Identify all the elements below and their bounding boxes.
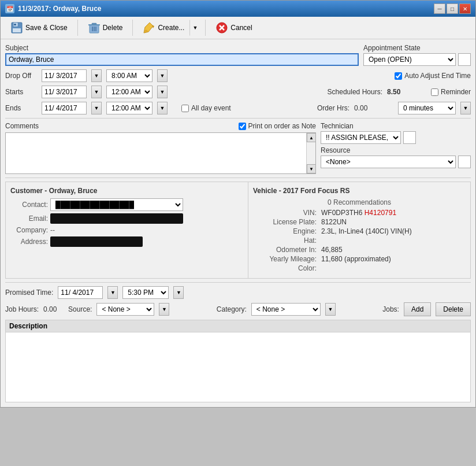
starts-date-picker-btn[interactable]: ▼ (91, 86, 102, 98)
subject-row: Subject Appointment State Open (OPEN) Cl… (5, 44, 471, 66)
promised-date-input[interactable] (58, 286, 103, 299)
reminder-time-btn[interactable]: ▼ (460, 102, 471, 114)
engine-row: Engine: 2.3L, In-Line4 (140CI) VIN(H) (253, 227, 466, 235)
comments-textarea[interactable] (6, 133, 306, 173)
recommendations-text: 0 Recommendations (253, 198, 466, 206)
contact-select[interactable]: ████████████████ (50, 198, 183, 211)
customer-section: Customer - Ordway, Bruce Contact: ██████… (6, 182, 248, 278)
starts-time-btn[interactable]: ▼ (157, 86, 168, 98)
contact-label: Contact: (10, 201, 48, 209)
technician-label: Technician (321, 122, 354, 130)
separator-2 (132, 20, 133, 36)
contact-row: Contact: ████████████████ (10, 198, 243, 211)
add-job-button[interactable]: Add (404, 302, 431, 316)
category-select[interactable]: < None > (251, 303, 321, 316)
reminder-time-select[interactable]: 0 minutes 5 minutes 15 minutes (398, 102, 456, 114)
auto-adjust-group: Auto Adjust End Time (395, 72, 471, 80)
close-button[interactable]: ✕ (459, 3, 471, 14)
divider-3 (5, 282, 471, 283)
dropoff-date-input[interactable] (42, 69, 87, 82)
subject-section: Subject (5, 44, 359, 66)
appointment-state-select[interactable]: Open (OPEN) Closed Pending (363, 53, 456, 66)
ends-time-select[interactable]: 12:00 AM 1:00 AM (106, 102, 153, 114)
create-dropdown-button[interactable]: ▼ (189, 20, 200, 36)
save-close-button[interactable]: Save & Close (5, 19, 73, 36)
source-select[interactable]: < None > (96, 303, 154, 316)
scroll-down-btn[interactable]: ▼ (307, 164, 316, 173)
description-header: Description (6, 320, 470, 332)
promised-date-btn[interactable]: ▼ (107, 286, 118, 299)
dropoff-time-select[interactable]: 8:00 AM 9:00 AM (106, 69, 153, 82)
auto-adjust-checkbox[interactable] (395, 72, 402, 80)
promised-time-row: Promised Time: ▼ 5:30 PM ▼ (5, 286, 471, 299)
all-day-checkbox[interactable] (181, 105, 189, 112)
reminder-label: Reminder (441, 88, 471, 96)
starts-date-input[interactable] (42, 86, 87, 98)
appointment-state-extra-btn[interactable] (458, 53, 471, 66)
resource-extra-btn[interactable] (458, 156, 471, 168)
technician-select[interactable]: !! ASSIGN PLEASE, (321, 131, 401, 144)
svg-rect-9 (88, 24, 100, 25)
auto-adjust-label: Auto Adjust End Time (404, 72, 471, 80)
comments-label: Comments (5, 122, 39, 130)
resource-select[interactable]: <None> (321, 156, 456, 168)
scroll-up-btn[interactable]: ▲ (307, 133, 316, 142)
ends-label: Ends (5, 104, 37, 112)
starts-row: Starts ▼ 12:00 AM 1:00 AM ▼ Scheduled Ho… (5, 86, 471, 98)
dropoff-date-picker-btn[interactable]: ▼ (91, 69, 102, 82)
cancel-label: Cancel (230, 24, 252, 32)
source-btn[interactable]: ▼ (159, 303, 169, 316)
engine-value: 2.3L, In-Line4 (140CI) VIN(H) (317, 227, 466, 235)
comments-scrollbar[interactable]: ▲ ▼ (306, 133, 315, 173)
divider-2 (5, 177, 471, 178)
all-day-group: All day event (181, 104, 231, 112)
technician-extra-btn[interactable] (403, 131, 416, 144)
email-redacted (50, 213, 183, 224)
email-row: Email: (10, 213, 243, 224)
vin-row: VIN: WF0DP3TH6 H4120791 (253, 209, 466, 217)
create-button[interactable]: Create... (137, 19, 189, 36)
vin-link[interactable]: H4120791 (365, 209, 396, 217)
comments-textarea-wrap: ▲ ▼ (5, 132, 316, 174)
comments-tech-row: Comments Print on order as Note ▲ ▼ (5, 122, 471, 174)
starts-time-select[interactable]: 12:00 AM 1:00 AM (106, 86, 153, 98)
ends-row: Ends ▼ 12:00 AM 1:00 AM ▼ All day event … (5, 102, 471, 114)
subject-input[interactable] (5, 53, 359, 66)
address-label: Address: (10, 238, 48, 246)
scheduled-hours-value: 8.50 (387, 88, 410, 96)
description-body (6, 332, 470, 402)
app-icon: 📅 (5, 4, 14, 13)
description-section: Description (5, 320, 471, 402)
odometer-value: 46,885 (317, 246, 466, 254)
print-on-order-label: Print on order as Note (248, 122, 316, 130)
restore-button[interactable]: □ (447, 3, 458, 14)
license-plate-row: License Plate: 8122UN (253, 218, 466, 226)
ends-date-input[interactable] (42, 102, 87, 114)
comments-header: Comments Print on order as Note (5, 122, 316, 130)
vin-value: WF0DP3TH6 H4120791 (317, 209, 466, 217)
promised-time-btn[interactable]: ▼ (173, 286, 184, 299)
category-btn[interactable]: ▼ (325, 303, 336, 316)
delete-button[interactable]: Delete (83, 19, 128, 36)
create-icon (143, 21, 155, 34)
engine-label: Engine: (253, 227, 317, 235)
reminder-checkbox[interactable] (431, 88, 438, 96)
vehicle-section: Vehicle - 2017 Ford Focus RS 0 Recommend… (248, 182, 470, 278)
odometer-label: Odometer In: (253, 246, 317, 254)
cancel-button[interactable]: Cancel (210, 19, 257, 36)
svg-rect-2 (13, 28, 21, 32)
delete-icon (88, 21, 101, 34)
appointment-state-label: Appointment State (363, 44, 471, 52)
hat-value (317, 236, 466, 245)
promised-time-select[interactable]: 5:30 PM (122, 286, 169, 299)
ends-time-btn[interactable]: ▼ (157, 102, 168, 114)
vin-label: VIN: (253, 209, 317, 217)
license-plate-label: License Plate: (253, 218, 317, 226)
company-label: Company: (10, 226, 48, 234)
ends-date-picker-btn[interactable]: ▼ (91, 102, 102, 114)
dropoff-time-btn[interactable]: ▼ (157, 69, 168, 82)
print-on-order-checkbox[interactable] (239, 123, 246, 130)
toolbar: Save & Close Delete (1, 17, 475, 39)
minimize-button[interactable]: ─ (434, 3, 445, 14)
delete-job-button[interactable]: Delete (436, 302, 471, 316)
